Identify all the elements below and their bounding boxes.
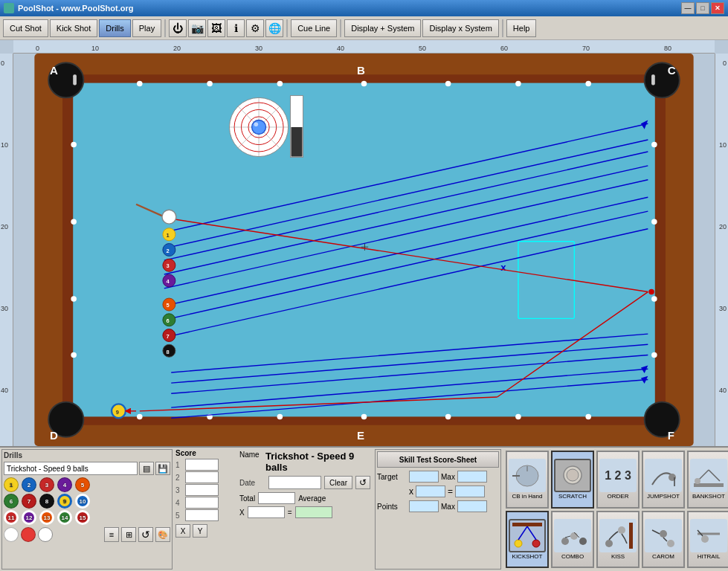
shot-type-bankshot[interactable]: BANKSHOT — [687, 451, 728, 509]
shot-type-combo[interactable]: COMBO — [551, 511, 594, 569]
y-button[interactable]: Y — [193, 524, 207, 538]
name-label: Name — [239, 451, 265, 459]
total-input[interactable] — [258, 492, 295, 504]
ball-14[interactable]: 14 — [57, 510, 72, 525]
drills-name-input[interactable] — [4, 462, 138, 475]
svg-point-112 — [579, 538, 587, 545]
ball-13[interactable]: 13 — [39, 510, 54, 525]
shot-type-label-carom: CAROM — [652, 553, 674, 560]
power-icon-button[interactable]: ⏻ — [169, 19, 187, 37]
drills-label: Drills — [4, 451, 170, 459]
info-section: Name Trickshot - Speed 9 balls Date Clea… — [238, 449, 372, 570]
drills-button[interactable]: Drills — [99, 19, 130, 37]
refresh-button[interactable]: ↺ — [355, 476, 370, 489]
shot-type-order[interactable]: 1 2 3 ORDER — [596, 451, 640, 509]
drills-list-button[interactable]: ≡ — [104, 527, 119, 542]
help-button[interactable]: Help — [506, 19, 537, 37]
ball-white[interactable] — [4, 527, 19, 542]
ball-solid-red[interactable] — [21, 527, 36, 542]
ball-3[interactable]: 3 — [39, 477, 54, 492]
x-val-input[interactable] — [416, 485, 445, 497]
score-input-5[interactable] — [185, 509, 219, 521]
average-label: Average — [298, 494, 326, 503]
x-button[interactable]: X — [175, 524, 190, 538]
shot-type-cb-in-hand[interactable]: CB in Hand — [506, 451, 549, 509]
ball-1[interactable]: 1 — [4, 477, 19, 492]
bottom-panel: Drills ▤ 💾 1 2 3 4 5 6 7 8 9 10 11 12 — [0, 446, 728, 571]
ball-15[interactable]: 15 — [75, 510, 90, 525]
drills-color-button[interactable]: 🎨 — [155, 527, 170, 542]
close-button[interactable]: ✕ — [711, 2, 724, 14]
date-input[interactable] — [268, 476, 321, 489]
score-input-3[interactable] — [185, 484, 219, 496]
ball-empty-1[interactable] — [38, 527, 53, 542]
ball-6[interactable]: 6 — [4, 494, 19, 509]
max-input-1[interactable] — [457, 471, 487, 483]
kick-shot-button[interactable]: Kick Shot — [50, 19, 97, 37]
cue-line-button[interactable]: Cue Line — [291, 19, 337, 37]
svg-point-111 — [570, 532, 578, 540]
display-x-system-button[interactable]: Display x System — [422, 19, 498, 37]
x-label: X — [239, 509, 245, 517]
skill-title-button[interactable]: Skill Test Score-Sheet — [377, 451, 499, 468]
ball-5[interactable]: 5 — [75, 477, 90, 492]
shot-type-kickshot[interactable]: KICKSHOT — [506, 511, 549, 569]
window-title: PoolShot - www.PoolShot.org — [18, 4, 133, 13]
svg-point-12 — [361, 81, 367, 87]
shot-type-carom[interactable]: CAROM — [642, 511, 685, 569]
shot-type-jumpshot[interactable]: JUMPSHOT — [642, 451, 685, 509]
svg-text:A: A — [50, 64, 58, 77]
svg-text:7: 7 — [167, 333, 170, 340]
ball-4[interactable]: 4 — [57, 477, 72, 492]
table-area: 0 10 20 30 40 50 60 70 80 0 10 20 30 40 … — [0, 40, 728, 446]
shot-type-kiss[interactable]: KISS — [596, 511, 640, 569]
play-button[interactable]: Play — [132, 19, 161, 37]
minimize-button[interactable]: — — [681, 2, 695, 14]
display-plus-system-button[interactable]: Display + System — [344, 19, 421, 37]
svg-point-98 — [567, 469, 579, 481]
svg-point-118 — [660, 530, 667, 538]
ball-9[interactable]: 9 — [57, 494, 72, 509]
score-input-4[interactable] — [185, 497, 219, 509]
eq-result-input[interactable] — [455, 485, 485, 497]
ball-7[interactable]: 7 — [22, 494, 36, 509]
max-input-2[interactable] — [457, 500, 487, 512]
pool-table-container[interactable]: A B C D E F x — [13, 54, 715, 446]
ball-12[interactable]: 12 — [22, 510, 36, 525]
result-input[interactable] — [295, 506, 332, 518]
score-input-1[interactable] — [185, 459, 219, 471]
drills-save-button[interactable]: 💾 — [155, 462, 170, 475]
x-input[interactable] — [248, 506, 285, 518]
network-icon-button[interactable]: 🌐 — [265, 19, 283, 37]
score-section: Score 1 2 3 4 5 — [175, 449, 235, 570]
points-input[interactable] — [409, 500, 439, 512]
cut-shot-button[interactable]: Cut Shot — [3, 19, 48, 37]
ball-8[interactable]: 8 — [39, 494, 54, 509]
drills-menu-button[interactable]: ▤ — [139, 462, 154, 475]
clear-button[interactable]: Clear — [324, 476, 352, 489]
ball-2[interactable]: 2 — [22, 477, 36, 492]
shot-type-label-bankshot: BANKSHOT — [692, 493, 725, 500]
ball-10[interactable]: 10 — [75, 494, 90, 509]
shot-type-scratch[interactable]: SCRATCH — [551, 451, 594, 509]
svg-text:E: E — [357, 429, 364, 442]
screenshot-icon-button[interactable]: 🖼 — [207, 19, 225, 37]
toolbar-sep-1 — [164, 19, 166, 37]
shot-type-hitrail[interactable]: HITRAIL — [687, 511, 728, 569]
shot-type-label-hitrail: HITRAIL — [698, 553, 721, 560]
svg-line-120 — [652, 530, 660, 534]
ball-11[interactable]: 11 — [4, 510, 19, 525]
maximize-button[interactable]: □ — [696, 2, 709, 14]
svg-point-18 — [277, 414, 283, 420]
drills-grid-button[interactable]: ⊞ — [121, 527, 136, 542]
toolbar-sep-2 — [286, 19, 288, 37]
settings-icon-button[interactable]: ⚙ — [246, 19, 264, 37]
info-icon-button[interactable]: ℹ — [227, 19, 245, 37]
svg-line-121 — [663, 538, 667, 541]
score-input-2[interactable] — [185, 471, 219, 483]
target-input[interactable] — [409, 471, 439, 483]
svg-point-14 — [515, 81, 521, 87]
shot-type-label-kiss: KISS — [611, 553, 625, 560]
camera-icon-button[interactable]: 📷 — [188, 19, 206, 37]
drills-rotate-button[interactable]: ↺ — [138, 527, 153, 542]
